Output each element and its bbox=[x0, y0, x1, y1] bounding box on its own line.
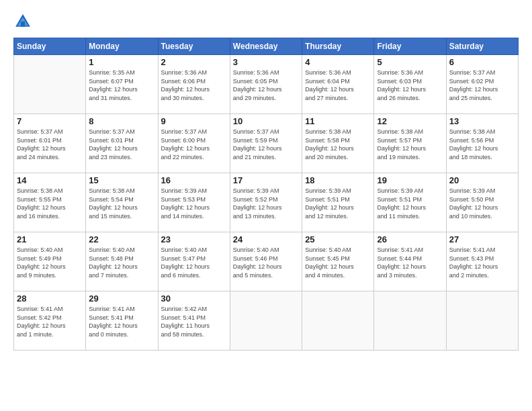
calendar-cell: 18Sunrise: 5:39 AM Sunset: 5:51 PM Dayli… bbox=[302, 173, 374, 232]
day-info: Sunrise: 5:35 AM Sunset: 6:07 PM Dayligh… bbox=[89, 68, 154, 102]
day-info: Sunrise: 5:38 AM Sunset: 5:57 PM Dayligh… bbox=[377, 128, 443, 161]
day-info: Sunrise: 5:39 AM Sunset: 5:51 PM Dayligh… bbox=[305, 187, 371, 220]
day-number: 22 bbox=[89, 234, 154, 244]
day-info: Sunrise: 5:38 AM Sunset: 5:55 PM Dayligh… bbox=[17, 187, 83, 220]
day-info: Sunrise: 5:39 AM Sunset: 5:53 PM Dayligh… bbox=[161, 187, 227, 220]
logo-icon bbox=[13, 12, 32, 31]
calendar-cell: 26Sunrise: 5:41 AM Sunset: 5:44 PM Dayli… bbox=[374, 232, 446, 291]
calendar-cell: 20Sunrise: 5:39 AM Sunset: 5:50 PM Dayli… bbox=[446, 173, 518, 232]
day-number: 29 bbox=[89, 293, 154, 304]
svg-rect-2 bbox=[21, 21, 25, 27]
day-number: 14 bbox=[17, 175, 83, 185]
calendar-cell: 21Sunrise: 5:40 AM Sunset: 5:49 PM Dayli… bbox=[14, 232, 86, 291]
calendar-cell bbox=[14, 55, 86, 114]
day-number: 26 bbox=[377, 234, 443, 244]
calendar-cell bbox=[302, 291, 374, 351]
calendar-cell: 15Sunrise: 5:38 AM Sunset: 5:54 PM Dayli… bbox=[86, 173, 158, 232]
calendar-cell: 17Sunrise: 5:39 AM Sunset: 5:52 PM Dayli… bbox=[230, 173, 302, 232]
calendar-cell: 9Sunrise: 5:37 AM Sunset: 6:00 PM Daylig… bbox=[158, 114, 230, 173]
day-number: 3 bbox=[233, 57, 299, 67]
weekday-header: Thursday bbox=[302, 38, 374, 55]
calendar-cell: 22Sunrise: 5:40 AM Sunset: 5:48 PM Dayli… bbox=[86, 232, 158, 291]
day-info: Sunrise: 5:37 AM Sunset: 6:01 PM Dayligh… bbox=[17, 128, 83, 161]
day-info: Sunrise: 5:38 AM Sunset: 5:58 PM Dayligh… bbox=[305, 128, 371, 161]
calendar-cell: 1Sunrise: 5:35 AM Sunset: 6:07 PM Daylig… bbox=[86, 55, 158, 114]
logo bbox=[13, 12, 35, 31]
calendar-cell: 8Sunrise: 5:37 AM Sunset: 6:01 PM Daylig… bbox=[86, 114, 158, 173]
day-number: 23 bbox=[161, 234, 227, 244]
day-number: 6 bbox=[449, 57, 515, 67]
day-number: 5 bbox=[377, 57, 443, 67]
day-number: 10 bbox=[233, 116, 299, 126]
day-info: Sunrise: 5:37 AM Sunset: 6:01 PM Dayligh… bbox=[89, 128, 154, 161]
day-number: 4 bbox=[305, 57, 371, 67]
calendar-week-row: 1Sunrise: 5:35 AM Sunset: 6:07 PM Daylig… bbox=[14, 55, 519, 114]
weekday-header: Tuesday bbox=[158, 38, 230, 55]
day-info: Sunrise: 5:42 AM Sunset: 5:41 PM Dayligh… bbox=[161, 305, 227, 338]
day-number: 9 bbox=[161, 116, 227, 126]
calendar-cell: 7Sunrise: 5:37 AM Sunset: 6:01 PM Daylig… bbox=[14, 114, 86, 173]
calendar-cell: 23Sunrise: 5:40 AM Sunset: 5:47 PM Dayli… bbox=[158, 232, 230, 291]
day-info: Sunrise: 5:36 AM Sunset: 6:06 PM Dayligh… bbox=[161, 68, 227, 102]
day-number: 8 bbox=[89, 116, 154, 126]
calendar-cell: 14Sunrise: 5:38 AM Sunset: 5:55 PM Dayli… bbox=[14, 173, 86, 232]
calendar-cell: 25Sunrise: 5:40 AM Sunset: 5:45 PM Dayli… bbox=[302, 232, 374, 291]
calendar-week-row: 14Sunrise: 5:38 AM Sunset: 5:55 PM Dayli… bbox=[14, 173, 519, 232]
day-info: Sunrise: 5:40 AM Sunset: 5:46 PM Dayligh… bbox=[233, 246, 299, 279]
calendar-cell: 6Sunrise: 5:37 AM Sunset: 6:02 PM Daylig… bbox=[446, 55, 518, 114]
day-info: Sunrise: 5:36 AM Sunset: 6:03 PM Dayligh… bbox=[377, 68, 443, 102]
calendar-cell: 13Sunrise: 5:38 AM Sunset: 5:56 PM Dayli… bbox=[446, 114, 518, 173]
day-number: 11 bbox=[305, 116, 371, 126]
day-number: 27 bbox=[449, 234, 515, 244]
calendar-week-row: 28Sunrise: 5:41 AM Sunset: 5:42 PM Dayli… bbox=[14, 291, 519, 351]
day-number: 12 bbox=[377, 116, 443, 126]
day-info: Sunrise: 5:40 AM Sunset: 5:49 PM Dayligh… bbox=[17, 246, 83, 279]
page: SundayMondayTuesdayWednesdayThursdayFrid… bbox=[0, 0, 532, 411]
calendar-cell: 27Sunrise: 5:41 AM Sunset: 5:43 PM Dayli… bbox=[446, 232, 518, 291]
day-number: 18 bbox=[305, 175, 371, 185]
day-number: 19 bbox=[377, 175, 443, 185]
calendar-cell: 29Sunrise: 5:41 AM Sunset: 5:41 PM Dayli… bbox=[86, 291, 158, 351]
calendar-cell: 2Sunrise: 5:36 AM Sunset: 6:06 PM Daylig… bbox=[158, 55, 230, 114]
day-info: Sunrise: 5:38 AM Sunset: 5:54 PM Dayligh… bbox=[89, 187, 154, 220]
calendar-cell: 5Sunrise: 5:36 AM Sunset: 6:03 PM Daylig… bbox=[374, 55, 446, 114]
day-info: Sunrise: 5:36 AM Sunset: 6:05 PM Dayligh… bbox=[233, 68, 299, 102]
calendar-cell: 4Sunrise: 5:36 AM Sunset: 6:04 PM Daylig… bbox=[302, 55, 374, 114]
weekday-header: Monday bbox=[86, 38, 158, 55]
day-info: Sunrise: 5:39 AM Sunset: 5:52 PM Dayligh… bbox=[233, 187, 299, 220]
header bbox=[13, 12, 519, 31]
weekday-header: Friday bbox=[374, 38, 446, 55]
calendar-cell: 30Sunrise: 5:42 AM Sunset: 5:41 PM Dayli… bbox=[158, 291, 230, 351]
day-info: Sunrise: 5:38 AM Sunset: 5:56 PM Dayligh… bbox=[449, 128, 515, 161]
day-number: 24 bbox=[233, 234, 299, 244]
weekday-header: Saturday bbox=[446, 38, 518, 55]
day-info: Sunrise: 5:40 AM Sunset: 5:47 PM Dayligh… bbox=[161, 246, 227, 279]
calendar-cell: 28Sunrise: 5:41 AM Sunset: 5:42 PM Dayli… bbox=[14, 291, 86, 351]
day-number: 16 bbox=[161, 175, 227, 185]
day-info: Sunrise: 5:39 AM Sunset: 5:50 PM Dayligh… bbox=[449, 187, 515, 220]
day-info: Sunrise: 5:37 AM Sunset: 6:00 PM Dayligh… bbox=[161, 128, 227, 161]
day-info: Sunrise: 5:36 AM Sunset: 6:04 PM Dayligh… bbox=[305, 68, 371, 102]
weekday-header: Wednesday bbox=[230, 38, 302, 55]
calendar-cell: 3Sunrise: 5:36 AM Sunset: 6:05 PM Daylig… bbox=[230, 55, 302, 114]
day-number: 1 bbox=[89, 57, 154, 67]
day-number: 21 bbox=[17, 234, 83, 244]
day-number: 17 bbox=[233, 175, 299, 185]
calendar-header-row: SundayMondayTuesdayWednesdayThursdayFrid… bbox=[14, 38, 519, 55]
day-number: 13 bbox=[449, 116, 515, 126]
day-number: 20 bbox=[449, 175, 515, 185]
day-info: Sunrise: 5:41 AM Sunset: 5:43 PM Dayligh… bbox=[449, 246, 515, 279]
day-number: 2 bbox=[161, 57, 227, 67]
day-info: Sunrise: 5:41 AM Sunset: 5:42 PM Dayligh… bbox=[17, 305, 83, 338]
day-info: Sunrise: 5:40 AM Sunset: 5:45 PM Dayligh… bbox=[305, 246, 371, 279]
day-info: Sunrise: 5:41 AM Sunset: 5:44 PM Dayligh… bbox=[377, 246, 443, 279]
calendar-cell bbox=[230, 291, 302, 351]
calendar-cell: 10Sunrise: 5:37 AM Sunset: 5:59 PM Dayli… bbox=[230, 114, 302, 173]
calendar-cell bbox=[374, 291, 446, 351]
calendar: SundayMondayTuesdayWednesdayThursdayFrid… bbox=[13, 38, 519, 351]
calendar-week-row: 21Sunrise: 5:40 AM Sunset: 5:49 PM Dayli… bbox=[14, 232, 519, 291]
day-number: 15 bbox=[89, 175, 154, 185]
day-number: 30 bbox=[161, 293, 227, 304]
day-number: 7 bbox=[17, 116, 83, 126]
calendar-week-row: 7Sunrise: 5:37 AM Sunset: 6:01 PM Daylig… bbox=[14, 114, 519, 173]
